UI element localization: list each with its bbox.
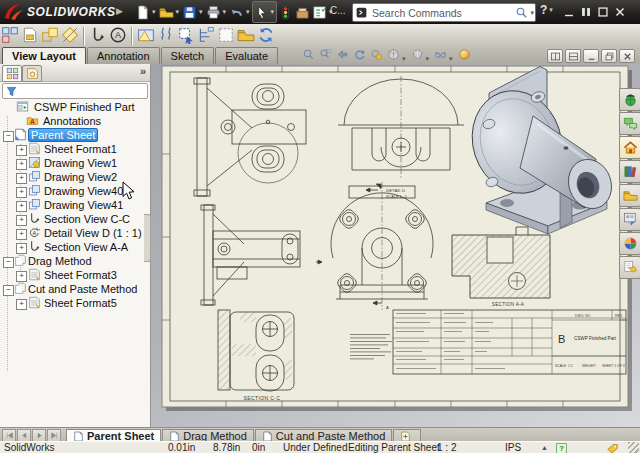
status-units-caret[interactable]: ▲ [541, 442, 548, 453]
rebuild-traffic-light-button[interactable] [277, 2, 294, 22]
new-document-button[interactable]: ▾ [134, 2, 158, 22]
tab-annotation[interactable]: Annotation [87, 47, 160, 64]
expand-collapse-box[interactable]: − [3, 285, 14, 296]
status-tag-icon[interactable] [606, 443, 619, 453]
tree-item-label[interactable]: CSWP Finished Part [34, 101, 135, 113]
expand-expand-box[interactable]: + [16, 201, 27, 212]
tree-item-label[interactable]: Sheet Format5 [44, 297, 117, 309]
search-magnifier-icon[interactable] [515, 6, 528, 19]
custom-properties-button[interactable] [619, 256, 640, 279]
standard-3-view-button[interactable] [1, 26, 19, 46]
tab-sketch[interactable]: Sketch [161, 47, 215, 64]
tree-item-drawing-view1[interactable]: +Drawing View1 [0, 156, 150, 170]
solidworks-forum-button[interactable] [619, 112, 640, 135]
break-view-button[interactable] [157, 26, 175, 46]
tree-item-sheet-format3[interactable]: +Sheet Format3 [0, 268, 150, 282]
tree-item-label[interactable]: Detail View D (1 : 1) [44, 227, 142, 239]
expand-expand-box[interactable]: + [16, 187, 27, 198]
expand-expand-box[interactable]: + [16, 145, 27, 156]
print-button[interactable]: ▾ [205, 2, 229, 22]
undo-button[interactable]: ▾ [228, 2, 252, 22]
help-menu[interactable]: ? ▾ [540, 3, 554, 17]
tree-item-drag-method[interactable]: −Drag Method [0, 254, 150, 268]
expand-expand-box[interactable]: + [16, 215, 27, 226]
tree-item-label[interactable]: Parent Sheet [28, 128, 98, 142]
expand-expand-box[interactable]: + [16, 299, 27, 310]
home-button[interactable] [619, 136, 640, 159]
hide-show-items-button[interactable]: ▾ [434, 48, 454, 63]
tree-item-sheet-format5[interactable]: +Sheet Format5 [0, 296, 150, 310]
sheet-nav-first-button[interactable] [2, 429, 16, 442]
status-units[interactable]: IPS [505, 442, 521, 453]
expand-collapse-box[interactable]: − [3, 257, 14, 268]
tree-item-section-view-a-a[interactable]: +Section View A-A [0, 240, 150, 254]
appearances-button[interactable] [458, 48, 471, 63]
empty-view-button[interactable] [217, 26, 235, 46]
doc-minimize-button[interactable] [583, 49, 599, 63]
display-style-button[interactable]: ▾ [411, 48, 431, 63]
file-properties-button[interactable] [294, 2, 311, 22]
sheet-nav-previous-button[interactable] [17, 429, 31, 442]
file-explorer-button[interactable] [619, 184, 640, 207]
tree-item-annotations[interactable]: AAnnotations [0, 114, 150, 128]
design-library-button[interactable] [619, 160, 640, 183]
broken-out-section-button[interactable] [137, 26, 155, 46]
search-type-icon[interactable] [355, 6, 368, 19]
filter-funnel-icon[interactable] [6, 86, 17, 97]
view-palette-button[interactable] [619, 208, 640, 231]
model-view-button[interactable] [21, 26, 39, 46]
help-caret[interactable]: ▾ [549, 6, 553, 14]
sheet-nav-last-button[interactable] [47, 429, 61, 442]
expand-expand-box[interactable]: + [16, 243, 27, 254]
view-settings-button[interactable] [370, 48, 383, 63]
auxiliary-view-button[interactable] [61, 26, 79, 46]
doc-close-button[interactable] [619, 49, 635, 63]
tree-item-label[interactable]: Drawing View1 [44, 157, 117, 169]
minimize-button[interactable] [560, 4, 577, 19]
tree-item-label[interactable]: Drag Method [28, 255, 92, 267]
expand-collapse-box[interactable]: − [3, 131, 14, 142]
tree-item-sheet-format1[interactable]: +Sheet Format1 [0, 142, 150, 156]
sheet-folder-button[interactable] [237, 26, 255, 46]
tree-item-label[interactable]: Drawing View2 [44, 171, 117, 183]
tree-item-label[interactable]: Sheet Format1 [44, 143, 117, 155]
appearances-scenes-button[interactable] [619, 232, 640, 255]
open-button[interactable]: ▾ [158, 2, 182, 22]
update-views-button[interactable] [257, 26, 275, 46]
select-cursor-button[interactable]: ▾ [252, 1, 278, 23]
search-caret[interactable]: ▾ [530, 9, 534, 17]
graphics-area[interactable]: SECTION C-C [150, 64, 640, 427]
resize-grip[interactable] [628, 442, 639, 453]
tree-item-label[interactable]: Drawing View41 [44, 199, 123, 211]
tree-item-label[interactable]: Section View A-A [44, 241, 128, 253]
expand-expand-box[interactable]: + [16, 173, 27, 184]
panel-splitter-handle[interactable] [144, 214, 151, 262]
drawing-sheet[interactable]: SECTION C-C [150, 64, 640, 427]
restore-button[interactable] [577, 4, 594, 19]
detail-view-button[interactable]: A [109, 26, 127, 46]
tree-item-label[interactable]: Section View C-C [44, 213, 130, 225]
toolbar-flyout-arrow[interactable]: ▶ [116, 6, 123, 16]
search-input[interactable]: Search Commands [372, 7, 515, 19]
tree-filter[interactable] [2, 83, 148, 99]
previous-view-button[interactable] [336, 48, 349, 63]
view-orientation-button[interactable]: ▾ [387, 48, 407, 63]
close-button[interactable] [611, 4, 628, 19]
rotate-view-button[interactable] [353, 48, 366, 63]
expand-expand-box[interactable]: + [16, 271, 27, 282]
tree-item-label[interactable]: Sheet Format3 [44, 269, 117, 281]
expand-expand-box[interactable]: + [16, 159, 27, 170]
tree-item-cut-and-paste-method[interactable]: −Cut and Paste Method [0, 282, 150, 296]
zoom-to-area-button[interactable] [319, 48, 332, 63]
maximize-button[interactable] [594, 4, 611, 19]
tree-item-label[interactable]: Annotations [43, 115, 101, 127]
search-commands-box[interactable]: Search Commands ▾ [352, 3, 536, 22]
doc-restore-button[interactable] [601, 49, 617, 63]
crop-view-button[interactable] [177, 26, 195, 46]
toolbar-overflow-label[interactable]: C... [330, 5, 346, 16]
solidworks-resources-button[interactable] [619, 88, 640, 111]
doc-split-b-button[interactable] [565, 49, 581, 63]
panel-expand-chevron[interactable]: » [140, 65, 146, 77]
tree-item-detail-view-d-1-1[interactable]: +ADetail View D (1 : 1) [0, 226, 150, 240]
tree-item-section-view-c-c[interactable]: +Section View C-C [0, 212, 150, 226]
